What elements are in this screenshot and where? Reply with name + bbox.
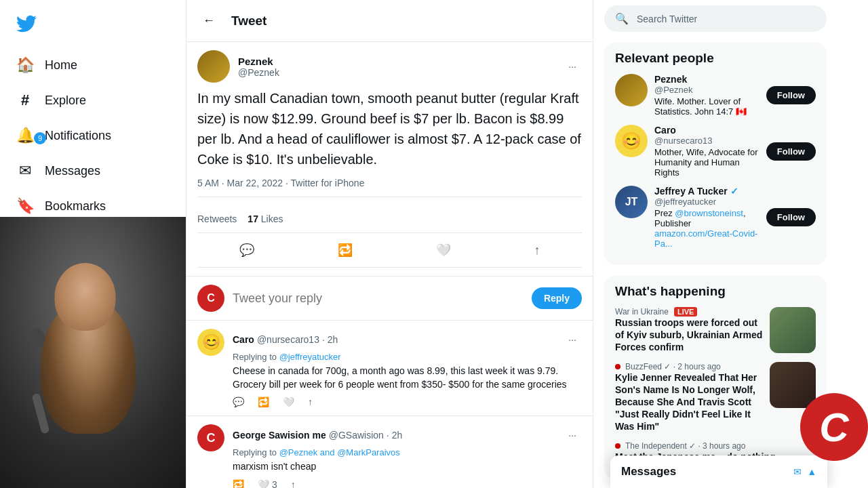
person-row-jeffrey: JT Jeffrey A Tucker ✓ @jeffreyatucker Pr…: [615, 186, 816, 249]
back-button[interactable]: ←: [197, 8, 220, 33]
reply-2-more[interactable]: ···: [563, 424, 582, 446]
sidebar-item-home[interactable]: 🏠 Home: [8, 48, 178, 82]
reply-2-body: George Sawision me @GSawision · 2h ··· R…: [233, 424, 582, 488]
share-action[interactable]: ↑: [528, 236, 547, 264]
reply-1-author-row: 😊 Caro @nursecaro13 · 2h ··· Replying to…: [197, 329, 582, 407]
happening-buzzfeed[interactable]: BuzzFeed ✓ · 2 hours ago Kylie Jenner Re…: [615, 362, 816, 433]
tweet-meta: 5 AM · Mar 22, 2022 · Twitter for iPhone: [197, 178, 582, 197]
reply-user-avatar: C: [197, 285, 224, 312]
reply-action[interactable]: 💬: [233, 236, 261, 264]
reply-1-name: Caro: [233, 334, 254, 345]
author-info: Peznek @Peznek: [238, 56, 555, 78]
webcam-overlay: [0, 217, 186, 488]
webcam-person: [0, 217, 186, 488]
reply-1-handle: @nursecaro13: [257, 334, 319, 345]
happening-ukraine-text: War in Ukraine LIVE Russian troops were …: [615, 307, 764, 354]
reply-2-time: · 2h: [387, 430, 402, 441]
reply-1-text: Cheese in canada for 700g, a month ago w…: [233, 365, 582, 391]
retweets-label: Retweets: [197, 214, 237, 224]
caro-follow-button[interactable]: Follow: [766, 142, 816, 161]
reply-1-retweet[interactable]: 🔁: [258, 396, 269, 407]
home-icon: 🏠: [16, 56, 34, 74]
messages-compose-icon[interactable]: ✉: [793, 466, 802, 477]
peznek-person-bio: Wife. Mother. Lover of Statistics. John …: [654, 96, 760, 117]
main-header: ← Tweet: [186, 0, 593, 42]
happening-ukraine[interactable]: War in Ukraine LIVE Russian troops were …: [615, 307, 816, 354]
caro-name-text: Caro: [654, 125, 676, 136]
reply-1-body: Caro @nursecaro13 · 2h ··· Replying to @…: [233, 329, 582, 407]
relevant-people-widget: Relevant people Peznek @Peznek Wife. Mot…: [604, 43, 827, 265]
retweet-action[interactable]: 🔁: [331, 236, 359, 264]
peznek-follow-button[interactable]: Follow: [766, 86, 816, 104]
reply-1-share[interactable]: ↑: [308, 396, 313, 407]
jeffrey-follow-button[interactable]: Follow: [766, 208, 816, 226]
happening-ukraine-image: [770, 307, 816, 353]
author-handle: @Peznek: [238, 67, 555, 78]
sidebar-item-notifications[interactable]: 🔔 9 Notifications: [8, 119, 178, 152]
jeffrey-person-avatar: JT: [615, 186, 648, 218]
reply-box: C Reply: [186, 277, 593, 321]
george-reply-avatar: C: [197, 424, 224, 451]
sidebar-item-explore-label: Explore: [45, 94, 86, 108]
sidebar-item-explore[interactable]: # Explore: [8, 83, 178, 117]
sidebar-item-messages-label: Messages: [45, 164, 100, 178]
search-icon: 🔍: [615, 12, 629, 25]
reply-1-name-row: Caro @nursecaro13 · 2h: [233, 334, 338, 345]
reply-button[interactable]: Reply: [532, 287, 582, 309]
tweet-via: Twitter for iPhone: [291, 178, 365, 188]
sidebar-item-messages[interactable]: ✉ Messages: [8, 154, 178, 188]
reply-2-name-row: George Sawision me @GSawision · 2h: [233, 430, 402, 441]
reply-input[interactable]: [233, 291, 524, 306]
likes-label: Likes: [261, 214, 283, 224]
sidebar-item-home-label: Home: [45, 58, 77, 73]
live-badge: LIVE: [674, 307, 697, 317]
caro-person-info: Caro @nursecaro13 Mother, Wife, Advocate…: [654, 125, 760, 178]
tweet-time: 5 AM · Mar 22, 2022: [197, 178, 283, 188]
likes-stat: 17 Likes: [248, 214, 283, 224]
whats-happening-title: What's happening: [615, 284, 816, 299]
author-name: Peznek: [238, 56, 555, 67]
reply-2-like[interactable]: 🤍 3: [258, 479, 277, 488]
likes-count: 17: [248, 214, 258, 224]
jeffrey-person-handle: @jeffreyatucker: [654, 197, 760, 207]
person-row-caro: 😊 Caro @nursecaro13 Mother, Wife, Advoca…: [615, 125, 816, 178]
peznek-person-handle: @Peznek: [654, 85, 760, 95]
jeffrey-person-name: Jeffrey A Tucker ✓: [654, 186, 760, 197]
jeffrey-person-info: Jeffrey A Tucker ✓ @jeffreyatucker Prez …: [654, 186, 760, 249]
tweet-author-row: Peznek @Peznek ···: [197, 50, 582, 83]
happening-ukraine-category: War in Ukraine LIVE: [615, 307, 764, 317]
mail-icon: ✉: [16, 162, 34, 180]
peznek-name-text: Peznek: [654, 74, 687, 85]
caro-person-bio: Mother, Wife, Advocate for Humanity and …: [654, 147, 760, 178]
c-logo-overlay: C: [800, 393, 868, 461]
retweets-stat: Retweets: [197, 214, 237, 224]
messages-popup: Messages ✉ ▲: [610, 455, 827, 488]
reply-1-more[interactable]: ···: [563, 329, 582, 350]
jeffrey-name-text: Jeffrey A Tucker: [654, 186, 728, 197]
peznek-avatar: [197, 50, 230, 83]
sidebar: 🏠 Home # Explore 🔔 9 Notifications ✉ Mes…: [0, 0, 186, 488]
tweet-more-button[interactable]: ···: [563, 56, 582, 77]
bell-icon: 🔔 9: [16, 127, 34, 144]
caro-reply-avatar: 😊: [197, 329, 224, 356]
reply-2-share[interactable]: ↑: [291, 479, 296, 488]
happening-buzzfeed-image: [770, 362, 816, 408]
original-tweet: Peznek @Peznek ··· In my small Canadian …: [186, 42, 593, 277]
reply-1-reply[interactable]: 💬: [233, 396, 244, 407]
like-action[interactable]: 🤍: [429, 236, 458, 264]
reply-2-name: George Sawision me: [233, 430, 326, 441]
reply-1-like[interactable]: 🤍: [283, 396, 294, 407]
reply-2-handles[interactable]: @Peznek and @MarkParaivos: [279, 447, 400, 458]
reply-2-author-row: C George Sawision me @GSawision · 2h ···…: [197, 424, 582, 488]
reply-tweet-1: 😊 Caro @nursecaro13 · 2h ··· Replying to…: [186, 321, 593, 416]
tweet-text: In my small Canadian town, smooth peanut…: [197, 88, 582, 169]
messages-popup-title: Messages: [621, 465, 676, 479]
search-input[interactable]: [637, 14, 816, 24]
messages-popup-icons: ✉ ▲: [793, 466, 816, 477]
reply-2-reply[interactable]: 🔁: [233, 479, 244, 488]
sidebar-item-bookmarks-label: Bookmarks: [45, 199, 106, 214]
messages-expand-icon[interactable]: ▲: [807, 466, 816, 477]
page-title: Tweet: [231, 14, 267, 28]
reply-1-reply-to-handle[interactable]: @jeffreyatucker: [279, 352, 341, 362]
jeffrey-verified-icon: ✓: [730, 186, 738, 197]
